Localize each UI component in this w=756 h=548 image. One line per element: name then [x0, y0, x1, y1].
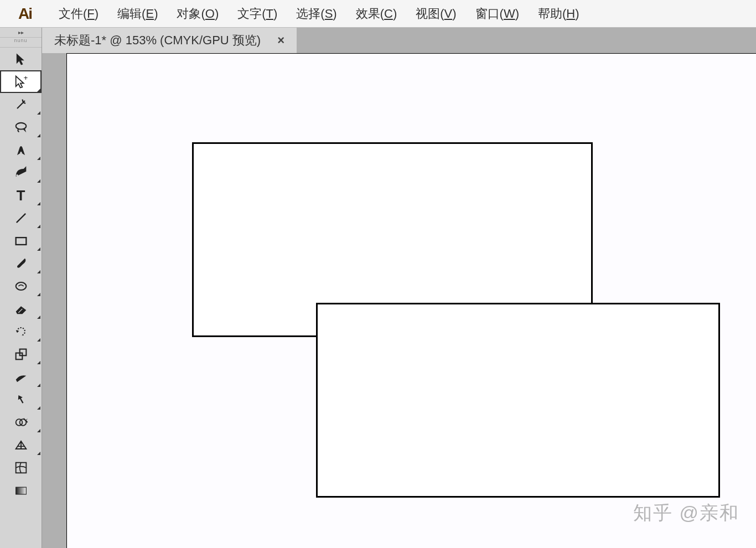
dock-toggle-icon[interactable]: ▸▸ [0, 28, 42, 38]
artboard[interactable]: 知乎 @亲和 [66, 53, 756, 548]
direct-selection-tool[interactable]: + [0, 70, 42, 93]
svg-point-1 [22, 101, 23, 102]
svg-text:T: T [16, 188, 25, 203]
scale-icon [13, 347, 29, 362]
document-tab[interactable]: 未标题-1* @ 153% (CMYK/GPU 预览) × [42, 28, 297, 53]
line-segment-tool[interactable] [0, 206, 42, 229]
document-tab-bar: 未标题-1* @ 153% (CMYK/GPU 预览) × [42, 28, 756, 53]
shape-builder-tool[interactable] [0, 411, 42, 433]
svg-rect-9 [15, 353, 22, 359]
svg-rect-7 [15, 237, 26, 245]
menu-items: 文件(F) 编辑(E) 对象(O) 文字(T) 选择(S) 效果(C) 视图(V… [50, 6, 579, 22]
shape-builder-icon [13, 415, 29, 430]
type-tool[interactable]: T [0, 184, 42, 206]
mesh-icon [13, 460, 29, 475]
pen-tool[interactable] [0, 138, 42, 161]
menu-effect[interactable]: 效果(C) [356, 6, 397, 22]
shaper-tool[interactable] [0, 275, 42, 297]
perspective-icon [13, 437, 29, 453]
toolbox-panel: ▸▸ nunu + T [0, 28, 42, 548]
canvas-viewport[interactable]: 知乎 @亲和 [42, 53, 756, 548]
menu-window[interactable]: 窗口(W) [475, 6, 519, 22]
svg-text:+: + [23, 74, 28, 82]
pin-icon [13, 392, 29, 407]
magic-wand-tool[interactable] [0, 93, 42, 116]
scale-tool[interactable] [0, 343, 42, 365]
mesh-tool[interactable] [0, 456, 42, 479]
menu-bar: Ai 文件(F) 编辑(E) 对象(O) 文字(T) 选择(S) 效果(C) 视… [0, 0, 756, 28]
svg-point-4 [16, 174, 18, 176]
svg-rect-14 [15, 487, 26, 494]
paintbrush-tool[interactable] [0, 252, 42, 275]
gradient-icon [13, 483, 29, 498]
free-transform-tool[interactable] [0, 388, 42, 411]
menu-file[interactable]: 文件(F) [59, 6, 99, 22]
brush-icon [13, 256, 29, 271]
svg-point-3 [20, 151, 22, 153]
app-logo-icon: Ai [0, 5, 50, 23]
menu-type[interactable]: 文字(T) [237, 6, 277, 22]
menu-object[interactable]: 对象(O) [177, 6, 219, 22]
rotate-icon [13, 324, 29, 339]
gradient-tool[interactable] [0, 479, 42, 502]
cursor-icon [13, 51, 29, 67]
toolbox-strip-label: nunu [0, 38, 42, 48]
type-icon: T [13, 188, 29, 203]
eraser-tool[interactable] [0, 297, 42, 320]
document-tab-title: 未标题-1* @ 153% (CMYK/GPU 预览) [54, 32, 261, 49]
curvature-icon [13, 165, 29, 180]
svg-point-8 [15, 282, 26, 290]
eraser-icon [13, 301, 29, 317]
rectangle-icon [13, 233, 29, 249]
curvature-tool[interactable] [0, 161, 42, 184]
line-icon [13, 210, 29, 226]
menu-view[interactable]: 视图(V) [416, 6, 456, 22]
menu-help[interactable]: 帮助(H) [538, 6, 579, 22]
svg-rect-13 [15, 462, 26, 473]
svg-line-6 [16, 213, 25, 222]
perspective-grid-tool[interactable] [0, 433, 42, 456]
close-tab-icon[interactable]: × [277, 33, 284, 48]
svg-point-2 [15, 122, 26, 129]
shaper-icon [13, 278, 29, 294]
lasso-tool[interactable] [0, 116, 42, 138]
direct-select-icon: + [13, 74, 29, 90]
lasso-icon [13, 120, 29, 135]
selection-tool[interactable] [0, 48, 42, 70]
rectangle-shape-2[interactable] [316, 303, 720, 498]
pen-icon [13, 142, 29, 158]
menu-edit[interactable]: 编辑(E) [117, 6, 158, 22]
svg-rect-10 [19, 349, 26, 355]
wand-icon [13, 97, 29, 112]
rectangle-tool[interactable] [0, 229, 42, 252]
width-tool[interactable] [0, 365, 42, 388]
menu-select[interactable]: 选择(S) [296, 6, 336, 22]
rotate-tool[interactable] [0, 320, 42, 343]
width-icon [13, 369, 29, 385]
watermark-text: 知乎 @亲和 [633, 500, 739, 526]
